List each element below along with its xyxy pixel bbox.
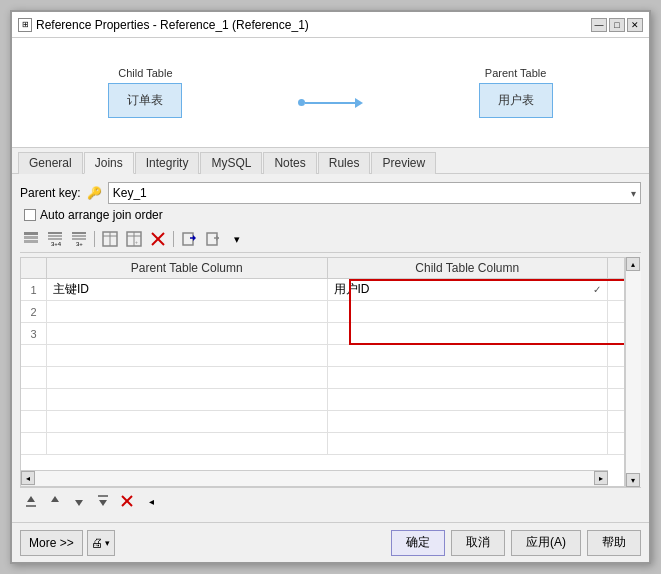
tabs-bar: General Joins Integrity MySQL Notes Rule… [12,148,649,174]
key-icon: 🔑 [87,186,102,200]
child-table-section: Child Table 订单表 [22,67,269,118]
title-bar: ⊞ Reference Properties - Reference_1 (Re… [12,12,649,38]
content-area: Parent key: 🔑 Key_1 ▾ Auto arrange join … [12,174,649,522]
parent-key-value: Key_1 [113,186,147,200]
v-scroll-down-button[interactable]: ▾ [626,473,640,487]
child-col-2[interactable] [328,301,609,322]
parent-col-4[interactable] [47,345,328,366]
parent-col-6[interactable] [47,389,328,410]
add-sub-button[interactable]: 3+ [68,228,90,250]
move-up-button[interactable] [44,490,66,512]
window-icon: ⊞ [18,18,32,32]
child-col-7[interactable] [328,411,609,432]
tab-preview[interactable]: Preview [371,152,436,174]
move-to-top-button[interactable] [92,490,114,512]
grid-main: Parent Table Column Child Table Column 1… [20,257,641,487]
arrow-head [355,98,363,108]
remove-button[interactable] [116,490,138,512]
h-scroll-right-button[interactable]: ▸ [594,471,608,485]
import-button[interactable] [178,228,200,250]
parent-key-dropdown[interactable]: Key_1 ▾ [108,182,641,204]
grid-header-parent: Parent Table Column [47,258,328,278]
v-scroll-track[interactable] [626,271,641,473]
parent-table-section: Parent Table 用户表 [392,67,639,118]
title-bar-buttons: — □ ✕ [591,18,643,32]
tab-mysql[interactable]: MySQL [200,152,262,174]
tab-joins[interactable]: Joins [84,152,134,174]
move-down-button[interactable] [68,490,90,512]
table-row [21,411,624,433]
auto-arrange-row: Auto arrange join order [24,208,641,222]
delete-button[interactable] [147,228,169,250]
child-col-1[interactable]: 用户ID ✓ [328,279,609,300]
parent-col-2[interactable] [47,301,328,322]
restore-button[interactable]: □ [609,18,625,32]
scroll-left-button[interactable]: ◂ [140,490,162,512]
parent-col-3[interactable] [47,323,328,344]
ok-button[interactable]: 确定 [391,530,445,556]
add-row-button[interactable] [20,228,42,250]
h-scroll-track[interactable] [35,471,594,486]
h-scroll-left-button[interactable]: ◂ [21,471,35,485]
svg-rect-20 [183,233,193,245]
footer-left: More >> 🖨 ▾ [20,530,115,556]
arrow-line [305,102,355,104]
svg-marker-31 [99,500,107,506]
grid-body[interactable]: 1 主键ID 用户ID ✓ 2 [21,279,624,470]
tab-notes[interactable]: Notes [263,152,316,174]
parent-table-label: Parent Table [485,67,547,79]
close-button[interactable]: ✕ [627,18,643,32]
parent-col-7[interactable] [47,411,328,432]
grid-header-num [21,258,47,278]
apply-button[interactable]: 应用(A) [511,530,581,556]
child-col-8[interactable] [328,433,609,454]
svg-rect-9 [72,238,86,240]
svg-text:+: + [135,239,138,245]
v-scroll-up-button[interactable]: ▴ [626,257,640,271]
tab-integrity[interactable]: Integrity [135,152,200,174]
help-button[interactable]: 帮助 [587,530,641,556]
svg-text:3+: 3+ [76,241,83,247]
print-button[interactable]: 🖨 ▾ [87,530,115,556]
svg-rect-2 [24,240,38,243]
add-table-button[interactable] [99,228,121,250]
toolbar-sep-1 [94,231,95,247]
relation-arrow [298,98,363,108]
data-grid[interactable]: Parent Table Column Child Table Column 1… [20,257,625,487]
print-icon: 🖨 [91,536,103,550]
table-row: 1 主键ID 用户ID ✓ [21,279,624,301]
scroll-left-icon: ◂ [149,496,154,507]
add-table2-button[interactable]: + [123,228,145,250]
export-button[interactable] [202,228,224,250]
auto-arrange-checkbox[interactable] [24,209,36,221]
more-button[interactable]: More >> [20,530,83,556]
parent-col-5[interactable] [47,367,328,388]
svg-marker-28 [51,496,59,502]
toolbar-dropdown-button[interactable]: ▾ [226,228,248,250]
parent-col-8[interactable] [47,433,328,454]
svg-rect-3 [48,232,62,234]
table-row: 2 [21,301,624,323]
parent-table-box: 用户表 [479,83,553,118]
footer-right: 确定 取消 应用(A) 帮助 [391,530,641,556]
move-to-bottom-button[interactable] [20,490,42,512]
row-num-8 [21,433,47,454]
tab-general[interactable]: General [18,152,83,174]
row-num-1: 1 [21,279,47,300]
child-col-5[interactable] [328,367,609,388]
grid-wrapper: Parent Table Column Child Table Column 1… [20,257,641,514]
child-col-3[interactable] [328,323,609,344]
diagram-area: Child Table 订单表 Parent Table 用户表 [12,38,649,148]
vertical-scrollbar[interactable]: ▴ ▾ [625,257,641,487]
child-col-4[interactable] [328,345,609,366]
minimize-button[interactable]: — [591,18,607,32]
table-row [21,367,624,389]
child-col-6[interactable] [328,389,609,410]
add-multi-button[interactable]: 3+4 [44,228,66,250]
cancel-button[interactable]: 取消 [451,530,505,556]
toolbar-dropdown-icon: ▾ [234,233,240,246]
parent-col-1[interactable]: 主键ID [47,279,328,300]
tab-rules[interactable]: Rules [318,152,371,174]
horizontal-scrollbar[interactable]: ◂ ▸ [21,470,608,486]
table-row [21,433,624,455]
